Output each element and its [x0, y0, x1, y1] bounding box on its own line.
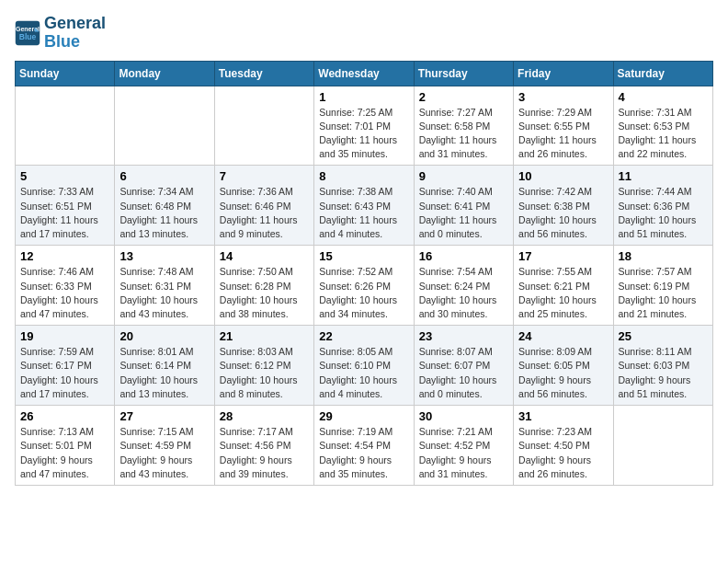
svg-text:Blue: Blue — [19, 32, 37, 41]
header-saturday: Saturday — [613, 61, 712, 86]
day-info: Sunrise: 7:59 AM Sunset: 6:17 PM Dayligh… — [20, 345, 109, 401]
calendar-cell: 8Sunrise: 7:38 AM Sunset: 6:43 PM Daylig… — [314, 166, 414, 246]
calendar-cell: 2Sunrise: 7:27 AM Sunset: 6:58 PM Daylig… — [414, 86, 513, 166]
header-tuesday: Tuesday — [214, 61, 313, 86]
calendar-cell: 23Sunrise: 8:07 AM Sunset: 6:07 PM Dayli… — [414, 326, 513, 406]
day-info: Sunrise: 7:17 AM Sunset: 4:56 PM Dayligh… — [220, 425, 309, 481]
day-info: Sunrise: 7:34 AM Sunset: 6:48 PM Dayligh… — [119, 185, 209, 241]
day-number: 12 — [20, 249, 109, 263]
calendar-cell: 10Sunrise: 7:42 AM Sunset: 6:38 PM Dayli… — [514, 166, 613, 246]
calendar-cell: 19Sunrise: 7:59 AM Sunset: 6:17 PM Dayli… — [16, 326, 115, 406]
day-number: 15 — [319, 249, 408, 263]
day-info: Sunrise: 7:27 AM Sunset: 6:58 PM Dayligh… — [419, 106, 508, 162]
calendar-cell: 24Sunrise: 8:09 AM Sunset: 6:05 PM Dayli… — [514, 326, 613, 406]
logo: General Blue General Blue — [15, 15, 106, 52]
calendar-cell: 3Sunrise: 7:29 AM Sunset: 6:55 PM Daylig… — [514, 86, 613, 166]
day-number: 17 — [518, 249, 608, 263]
day-info: Sunrise: 7:29 AM Sunset: 6:55 PM Dayligh… — [518, 106, 608, 162]
day-number: 25 — [619, 329, 708, 343]
calendar-cell — [613, 406, 712, 486]
day-number: 19 — [20, 329, 109, 343]
day-info: Sunrise: 7:33 AM Sunset: 6:51 PM Dayligh… — [20, 185, 109, 241]
day-info: Sunrise: 7:25 AM Sunset: 7:01 PM Dayligh… — [319, 106, 408, 162]
calendar-cell: 25Sunrise: 8:11 AM Sunset: 6:03 PM Dayli… — [613, 326, 712, 406]
calendar-cell: 9Sunrise: 7:40 AM Sunset: 6:41 PM Daylig… — [414, 166, 513, 246]
header-monday: Monday — [115, 61, 214, 86]
calendar-cell: 28Sunrise: 7:17 AM Sunset: 4:56 PM Dayli… — [214, 406, 313, 486]
day-number: 30 — [419, 409, 508, 423]
day-info: Sunrise: 7:54 AM Sunset: 6:24 PM Dayligh… — [419, 265, 508, 321]
calendar-cell — [16, 86, 115, 166]
calendar-cell: 6Sunrise: 7:34 AM Sunset: 6:48 PM Daylig… — [115, 166, 214, 246]
header-friday: Friday — [514, 61, 613, 86]
day-info: Sunrise: 7:23 AM Sunset: 4:50 PM Dayligh… — [518, 425, 608, 481]
day-number: 31 — [518, 409, 608, 423]
day-info: Sunrise: 7:55 AM Sunset: 6:21 PM Dayligh… — [518, 265, 608, 321]
day-number: 20 — [119, 329, 209, 343]
day-info: Sunrise: 7:44 AM Sunset: 6:36 PM Dayligh… — [619, 185, 708, 241]
day-number: 29 — [319, 409, 408, 423]
calendar-cell: 4Sunrise: 7:31 AM Sunset: 6:53 PM Daylig… — [613, 86, 712, 166]
calendar-week-4: 19Sunrise: 7:59 AM Sunset: 6:17 PM Dayli… — [16, 326, 713, 406]
day-info: Sunrise: 7:13 AM Sunset: 5:01 PM Dayligh… — [20, 425, 109, 481]
calendar-cell: 26Sunrise: 7:13 AM Sunset: 5:01 PM Dayli… — [16, 406, 115, 486]
logo-text-general: General — [44, 15, 106, 33]
day-number: 16 — [419, 249, 508, 263]
day-number: 1 — [319, 90, 408, 104]
day-info: Sunrise: 7:57 AM Sunset: 6:19 PM Dayligh… — [619, 265, 708, 321]
calendar-cell: 11Sunrise: 7:44 AM Sunset: 6:36 PM Dayli… — [613, 166, 712, 246]
day-info: Sunrise: 7:38 AM Sunset: 6:43 PM Dayligh… — [319, 185, 408, 241]
header-thursday: Thursday — [414, 61, 513, 86]
day-number: 3 — [518, 90, 608, 104]
calendar-cell: 22Sunrise: 8:05 AM Sunset: 6:10 PM Dayli… — [314, 326, 414, 406]
calendar-cell: 31Sunrise: 7:23 AM Sunset: 4:50 PM Dayli… — [514, 406, 613, 486]
day-info: Sunrise: 8:05 AM Sunset: 6:10 PM Dayligh… — [319, 345, 408, 401]
day-info: Sunrise: 7:31 AM Sunset: 6:53 PM Dayligh… — [619, 106, 708, 162]
calendar-cell: 20Sunrise: 8:01 AM Sunset: 6:14 PM Dayli… — [115, 326, 214, 406]
calendar-cell: 30Sunrise: 7:21 AM Sunset: 4:52 PM Dayli… — [414, 406, 513, 486]
day-number: 23 — [419, 329, 508, 343]
day-number: 11 — [619, 169, 708, 183]
day-number: 7 — [220, 169, 309, 183]
calendar-table: SundayMondayTuesdayWednesdayThursdayFrid… — [15, 61, 713, 486]
day-number: 24 — [518, 329, 608, 343]
calendar-cell: 7Sunrise: 7:36 AM Sunset: 6:46 PM Daylig… — [214, 166, 313, 246]
day-info: Sunrise: 7:52 AM Sunset: 6:26 PM Dayligh… — [319, 265, 408, 321]
day-number: 9 — [419, 169, 508, 183]
day-number: 22 — [319, 329, 408, 343]
calendar-week-5: 26Sunrise: 7:13 AM Sunset: 5:01 PM Dayli… — [16, 406, 713, 486]
day-info: Sunrise: 8:03 AM Sunset: 6:12 PM Dayligh… — [220, 345, 309, 401]
calendar-cell: 5Sunrise: 7:33 AM Sunset: 6:51 PM Daylig… — [16, 166, 115, 246]
day-number: 13 — [119, 249, 209, 263]
day-info: Sunrise: 7:46 AM Sunset: 6:33 PM Dayligh… — [20, 265, 109, 321]
calendar-cell: 16Sunrise: 7:54 AM Sunset: 6:24 PM Dayli… — [414, 246, 513, 326]
calendar-cell: 18Sunrise: 7:57 AM Sunset: 6:19 PM Dayli… — [613, 246, 712, 326]
day-number: 4 — [619, 90, 708, 104]
day-number: 26 — [20, 409, 109, 423]
day-info: Sunrise: 7:50 AM Sunset: 6:28 PM Dayligh… — [220, 265, 309, 321]
logo-text-blue: Blue — [44, 33, 106, 52]
logo-icon: General Blue — [15, 20, 40, 46]
calendar-header-row: SundayMondayTuesdayWednesdayThursdayFrid… — [16, 61, 713, 86]
day-info: Sunrise: 7:40 AM Sunset: 6:41 PM Dayligh… — [419, 185, 508, 241]
calendar-cell — [214, 86, 313, 166]
day-info: Sunrise: 8:01 AM Sunset: 6:14 PM Dayligh… — [119, 345, 209, 401]
day-info: Sunrise: 7:36 AM Sunset: 6:46 PM Dayligh… — [220, 185, 309, 241]
calendar-week-3: 12Sunrise: 7:46 AM Sunset: 6:33 PM Dayli… — [16, 246, 713, 326]
day-info: Sunrise: 7:15 AM Sunset: 4:59 PM Dayligh… — [119, 425, 209, 481]
calendar-cell: 21Sunrise: 8:03 AM Sunset: 6:12 PM Dayli… — [214, 326, 313, 406]
day-info: Sunrise: 8:09 AM Sunset: 6:05 PM Dayligh… — [518, 345, 608, 401]
day-info: Sunrise: 7:48 AM Sunset: 6:31 PM Dayligh… — [119, 265, 209, 321]
day-info: Sunrise: 7:19 AM Sunset: 4:54 PM Dayligh… — [319, 425, 408, 481]
calendar-cell: 14Sunrise: 7:50 AM Sunset: 6:28 PM Dayli… — [214, 246, 313, 326]
day-number: 21 — [220, 329, 309, 343]
day-number: 28 — [220, 409, 309, 423]
calendar-cell: 15Sunrise: 7:52 AM Sunset: 6:26 PM Dayli… — [314, 246, 414, 326]
day-info: Sunrise: 8:07 AM Sunset: 6:07 PM Dayligh… — [419, 345, 508, 401]
calendar-cell: 29Sunrise: 7:19 AM Sunset: 4:54 PM Dayli… — [314, 406, 414, 486]
day-number: 5 — [20, 169, 109, 183]
calendar-week-2: 5Sunrise: 7:33 AM Sunset: 6:51 PM Daylig… — [16, 166, 713, 246]
calendar-cell — [115, 86, 214, 166]
day-number: 18 — [619, 249, 708, 263]
calendar-cell: 1Sunrise: 7:25 AM Sunset: 7:01 PM Daylig… — [314, 86, 414, 166]
